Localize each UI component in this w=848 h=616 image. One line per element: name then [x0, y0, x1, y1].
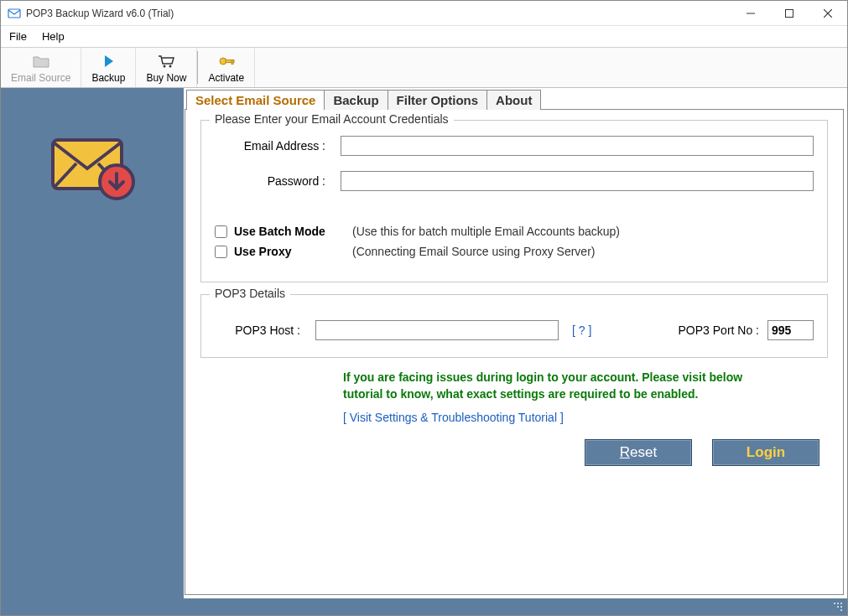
- password-input[interactable]: [341, 171, 814, 191]
- batch-mode-label: Use Batch Mode: [234, 225, 347, 238]
- app-icon: [8, 7, 21, 20]
- svg-rect-2: [786, 9, 793, 17]
- login-info-text: If you are facing issues during login to…: [343, 370, 779, 402]
- proxy-hint: (Connecting Email Source using Proxy Ser…: [352, 245, 595, 258]
- tool-activate-label: Activate: [208, 72, 244, 84]
- svg-point-3: [164, 65, 166, 67]
- cart-icon: [157, 52, 175, 70]
- pop3-help-link[interactable]: [ ? ]: [572, 324, 591, 337]
- proxy-label: Use Proxy: [234, 245, 347, 258]
- reset-button[interactable]: Reset: [585, 439, 692, 466]
- tool-backup-label: Backup: [91, 72, 125, 84]
- tab-backup[interactable]: Backup: [324, 90, 388, 110]
- batch-mode-hint: (Use this for batch multiple Email Accou…: [352, 225, 620, 238]
- svg-rect-7: [232, 60, 233, 64]
- tutorial-link[interactable]: [ Visit Settings & Troubleshooting Tutor…: [343, 411, 828, 424]
- maximize-button[interactable]: [770, 1, 809, 26]
- svg-rect-0: [8, 9, 20, 18]
- menu-bar: File Help: [1, 26, 847, 48]
- window-title: POP3 Backup Wizard v6.0 (Trial): [26, 8, 731, 19]
- close-button[interactable]: [809, 1, 847, 26]
- login-label: Login: [747, 444, 785, 461]
- resize-grip-icon[interactable]: [832, 601, 844, 613]
- tool-email-source-label: Email Source: [11, 72, 70, 84]
- play-icon: [101, 52, 115, 70]
- tool-email-source[interactable]: Email Source: [1, 48, 81, 87]
- password-label: Password :: [215, 174, 341, 188]
- status-bar: [1, 598, 847, 615]
- email-input[interactable]: [341, 136, 814, 156]
- tab-filter-options[interactable]: Filter Options: [388, 90, 488, 110]
- tool-backup[interactable]: Backup: [81, 48, 136, 87]
- tool-buy-now[interactable]: Buy Now: [136, 48, 197, 87]
- reset-rest: eset: [630, 444, 657, 460]
- pop3-port-label: POP3 Port No :: [679, 324, 759, 337]
- minimize-button[interactable]: [731, 1, 770, 26]
- proxy-checkbox[interactable]: [215, 246, 227, 258]
- email-label: Email Address :: [215, 139, 341, 153]
- pop3-host-input[interactable]: [315, 320, 559, 340]
- pop3-host-label: POP3 Host :: [215, 324, 315, 337]
- tab-select-email-source[interactable]: Select Email Source: [186, 90, 325, 110]
- pop3-legend: POP3 Details: [210, 287, 290, 300]
- menu-help[interactable]: Help: [42, 30, 65, 43]
- sidebar: [1, 88, 184, 598]
- window-controls: [731, 1, 847, 26]
- tab-about[interactable]: About: [486, 90, 541, 110]
- tab-strip: Select Email Source Backup Filter Option…: [185, 89, 844, 109]
- toolbar: Email Source Backup Buy Now Activate: [1, 48, 847, 88]
- key-icon: [217, 52, 236, 70]
- pop3-port-input[interactable]: [767, 320, 814, 340]
- tool-activate[interactable]: Activate: [198, 48, 255, 87]
- credentials-legend: Please Enter your Email Account Credenti…: [210, 112, 454, 126]
- credentials-fieldset: Please Enter your Email Account Credenti…: [200, 120, 828, 282]
- batch-mode-checkbox[interactable]: [215, 225, 227, 238]
- tab-panel: Please Enter your Email Account Credenti…: [185, 109, 844, 595]
- main-panel: Select Email Source Backup Filter Option…: [184, 88, 847, 598]
- tool-buy-now-label: Buy Now: [146, 72, 186, 84]
- menu-file[interactable]: File: [9, 30, 27, 43]
- svg-point-4: [169, 65, 172, 67]
- folder-icon: [32, 52, 50, 70]
- pop3-fieldset: POP3 Details POP3 Host : [ ? ] POP3 Port…: [200, 294, 828, 358]
- login-button[interactable]: Login: [712, 439, 819, 466]
- title-bar: POP3 Backup Wizard v6.0 (Trial): [1, 1, 847, 26]
- mail-download-icon: [46, 130, 138, 208]
